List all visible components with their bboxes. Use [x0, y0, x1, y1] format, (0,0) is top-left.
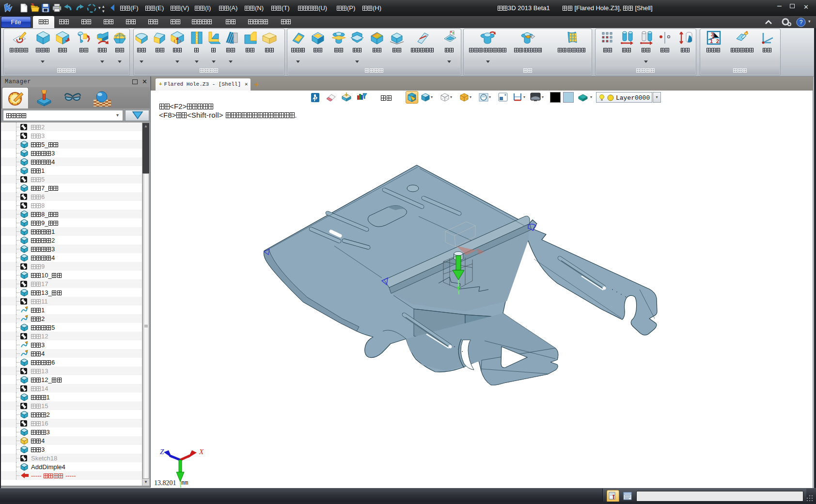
svg-text:2: 2 [716, 38, 719, 44]
svg-text:3: 3 [711, 31, 714, 37]
svg-text:1: 1 [710, 38, 713, 44]
svg-text:X: X [199, 448, 204, 456]
svg-text:Z: Z [160, 448, 164, 456]
svg-text:?: ? [800, 19, 803, 26]
